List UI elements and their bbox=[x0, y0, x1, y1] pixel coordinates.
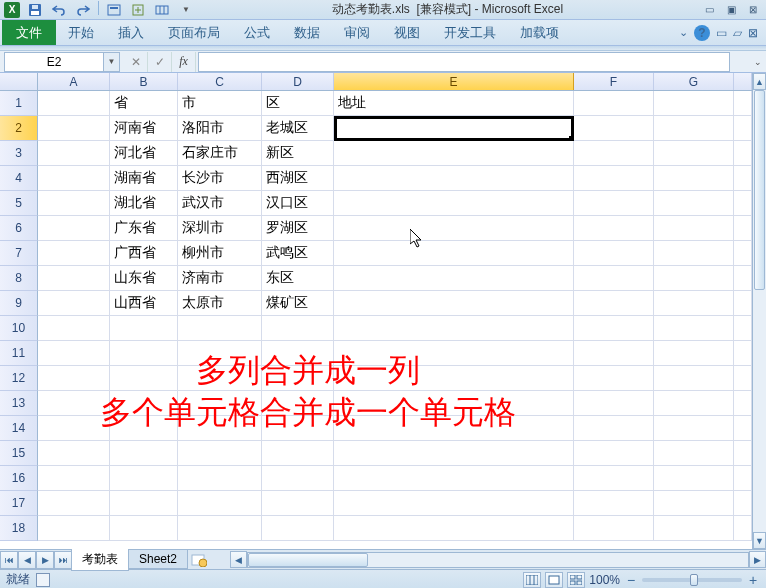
tab-page-layout[interactable]: 页面布局 bbox=[156, 20, 232, 45]
insert-function-icon[interactable]: fx bbox=[172, 52, 196, 72]
confirm-formula-icon[interactable]: ✓ bbox=[148, 52, 172, 72]
view-page-layout-button[interactable] bbox=[545, 572, 563, 588]
cell[interactable] bbox=[334, 266, 574, 291]
name-box[interactable]: E2 bbox=[4, 52, 104, 72]
cell[interactable] bbox=[574, 416, 654, 441]
cell[interactable]: 汉口区 bbox=[262, 191, 334, 216]
cell[interactable] bbox=[178, 466, 262, 491]
cell[interactable]: 柳州市 bbox=[178, 241, 262, 266]
cell[interactable] bbox=[262, 466, 334, 491]
cell[interactable] bbox=[38, 91, 110, 116]
row-header[interactable]: 6 bbox=[0, 216, 38, 241]
cell[interactable] bbox=[334, 241, 574, 266]
cell[interactable] bbox=[734, 316, 752, 341]
cell[interactable] bbox=[38, 416, 110, 441]
cell[interactable] bbox=[334, 141, 574, 166]
cell[interactable] bbox=[178, 491, 262, 516]
cell[interactable] bbox=[110, 491, 178, 516]
row-header[interactable]: 16 bbox=[0, 466, 38, 491]
cell[interactable] bbox=[654, 366, 734, 391]
cells-grid[interactable]: 1省市区地址2河南省洛阳市老城区3河北省石家庄市新区4湖南省长沙市西湖区5湖北省… bbox=[0, 91, 752, 549]
cell[interactable] bbox=[38, 141, 110, 166]
cell[interactable] bbox=[574, 291, 654, 316]
ribbon-minimize-icon[interactable]: ⌄ bbox=[679, 26, 688, 39]
cell[interactable] bbox=[262, 516, 334, 541]
cell[interactable] bbox=[334, 491, 574, 516]
cell[interactable] bbox=[734, 441, 752, 466]
tab-home[interactable]: 开始 bbox=[56, 20, 106, 45]
minimize-button[interactable]: ▭ bbox=[700, 3, 718, 17]
cell[interactable]: 西湖区 bbox=[262, 166, 334, 191]
cell[interactable] bbox=[574, 441, 654, 466]
cancel-formula-icon[interactable]: ✕ bbox=[124, 52, 148, 72]
cell[interactable] bbox=[574, 166, 654, 191]
cell[interactable]: 区 bbox=[262, 91, 334, 116]
cell[interactable] bbox=[334, 316, 574, 341]
zoom-out-button[interactable]: − bbox=[624, 573, 638, 587]
cell[interactable]: 武鸣区 bbox=[262, 241, 334, 266]
cell[interactable] bbox=[178, 316, 262, 341]
tab-nav-prev[interactable]: ◀ bbox=[18, 551, 36, 569]
fill-handle[interactable] bbox=[569, 136, 574, 141]
cell[interactable] bbox=[734, 266, 752, 291]
cell[interactable]: 煤矿区 bbox=[262, 291, 334, 316]
cell[interactable] bbox=[574, 141, 654, 166]
cell[interactable] bbox=[574, 91, 654, 116]
cell[interactable] bbox=[574, 341, 654, 366]
col-header-C[interactable]: C bbox=[178, 73, 262, 90]
cell[interactable] bbox=[654, 441, 734, 466]
cell[interactable] bbox=[734, 416, 752, 441]
cell[interactable]: 石家庄市 bbox=[178, 141, 262, 166]
cell[interactable]: 深圳市 bbox=[178, 216, 262, 241]
cell[interactable] bbox=[734, 241, 752, 266]
sheet-tab-active[interactable]: 考勤表 bbox=[71, 549, 129, 571]
cell[interactable]: 老城区 bbox=[262, 116, 334, 141]
row-header[interactable]: 4 bbox=[0, 166, 38, 191]
cell[interactable] bbox=[734, 216, 752, 241]
zoom-slider-thumb[interactable] bbox=[690, 574, 698, 586]
cell[interactable]: 河南省 bbox=[110, 116, 178, 141]
tab-developer[interactable]: 开发工具 bbox=[432, 20, 508, 45]
row-header[interactable]: 17 bbox=[0, 491, 38, 516]
cell[interactable] bbox=[38, 491, 110, 516]
cell[interactable] bbox=[38, 391, 110, 416]
scroll-down-button[interactable]: ▼ bbox=[753, 532, 766, 549]
scroll-thumb-v[interactable] bbox=[754, 90, 765, 290]
cell[interactable] bbox=[262, 341, 334, 366]
qat-custom1-icon[interactable] bbox=[105, 1, 123, 19]
cell[interactable]: 湖北省 bbox=[110, 191, 178, 216]
cell[interactable] bbox=[38, 316, 110, 341]
qat-custom3-icon[interactable] bbox=[153, 1, 171, 19]
view-page-break-button[interactable] bbox=[567, 572, 585, 588]
view-normal-button[interactable] bbox=[523, 572, 541, 588]
cell[interactable] bbox=[734, 166, 752, 191]
cell[interactable] bbox=[178, 516, 262, 541]
row-header[interactable]: 13 bbox=[0, 391, 38, 416]
cell[interactable] bbox=[734, 341, 752, 366]
doc-minimize-button[interactable]: ▭ bbox=[716, 26, 727, 40]
cell[interactable] bbox=[110, 391, 178, 416]
sheet-tab-2[interactable]: Sheet2 bbox=[128, 550, 188, 569]
cell[interactable] bbox=[38, 216, 110, 241]
zoom-slider[interactable] bbox=[642, 578, 742, 582]
cell[interactable] bbox=[654, 316, 734, 341]
restore-button[interactable]: ▣ bbox=[722, 3, 740, 17]
cell[interactable] bbox=[574, 266, 654, 291]
scroll-track-h[interactable] bbox=[247, 552, 749, 568]
cell[interactable] bbox=[38, 366, 110, 391]
cell[interactable] bbox=[734, 366, 752, 391]
col-header-F[interactable]: F bbox=[574, 73, 654, 90]
cell[interactable]: 省 bbox=[110, 91, 178, 116]
row-header[interactable]: 7 bbox=[0, 241, 38, 266]
cell[interactable] bbox=[262, 416, 334, 441]
row-header[interactable]: 12 bbox=[0, 366, 38, 391]
cell[interactable]: 新区 bbox=[262, 141, 334, 166]
cell[interactable] bbox=[574, 491, 654, 516]
cell[interactable] bbox=[178, 341, 262, 366]
doc-close-button[interactable]: ⊠ bbox=[748, 26, 758, 40]
tab-insert[interactable]: 插入 bbox=[106, 20, 156, 45]
tab-nav-last[interactable]: ⏭ bbox=[54, 551, 72, 569]
cell[interactable] bbox=[110, 416, 178, 441]
col-header-D[interactable]: D bbox=[262, 73, 334, 90]
cell[interactable] bbox=[334, 291, 574, 316]
